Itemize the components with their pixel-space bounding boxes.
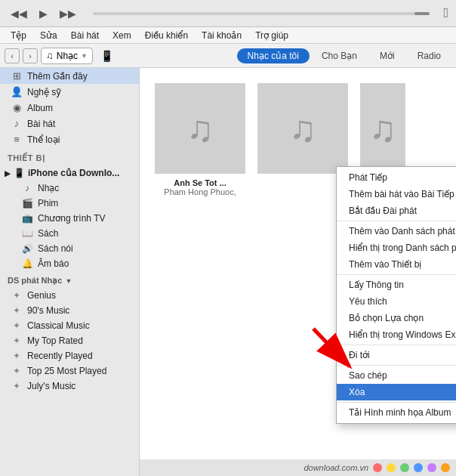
sidebar-device-iphone[interactable]: ▶ 📱 iPhone của Downlo...: [0, 165, 139, 181]
forward-button[interactable]: ›: [23, 48, 38, 63]
tab-nhac-cua-toi[interactable]: Nhạc của tôi: [237, 48, 310, 63]
recentlyplayed-icon: ✦: [11, 351, 23, 361]
album-card-1[interactable]: ♫ Anh Se Tot ... Pham Hong Phuoc,: [155, 83, 245, 196]
sidebar-item-genres[interactable]: ≡ Thể loại: [0, 131, 139, 147]
sidebar-item-recent[interactable]: ⊞ Thêm Gần đây: [0, 68, 139, 84]
menu-dieukhien[interactable]: Điều khiển: [139, 29, 194, 42]
genres-icon: ≡: [11, 134, 23, 145]
ctx-hien-thi-trong-ds-label: Hiển thị trong Danh sách phát: [349, 243, 456, 253]
sidebar-device-tones[interactable]: 🔔 Âm báo: [0, 256, 139, 271]
album-thumb-1: ♫: [155, 83, 245, 174]
music-note-icon-3: ♫: [369, 108, 396, 150]
album-artist-1: Pham Hong Phuoc,: [155, 187, 245, 196]
menu-tep[interactable]: Tệp: [5, 29, 32, 42]
ctx-xoa[interactable]: Xóa: [337, 384, 456, 400]
ctx-sao-chep[interactable]: Sao chép: [337, 367, 456, 384]
sidebar-device-books[interactable]: 📖 Sách: [0, 226, 139, 241]
device-tones-icon: 🔔: [21, 258, 33, 269]
sidebar-item-artists[interactable]: 👤 Nghệ sỹ: [0, 84, 139, 100]
sidebar-device-tv[interactable]: 📺 Chương trình TV: [0, 211, 139, 226]
watermark-text: download.com.vn: [303, 463, 368, 472]
album-card-2[interactable]: ♫: [257, 83, 348, 196]
navbar: ‹ › ♫ Nhạc ▼ 📱 Nhạc của tôi Cho Bạn Mới …: [0, 44, 456, 68]
ctx-di-toi-label: Đi tới: [349, 350, 370, 360]
ctx-them-vao-thiet-bi[interactable]: Thêm vào Thiết bị ▶: [337, 256, 456, 273]
playlist-classical-label: Classical Music: [27, 320, 90, 331]
sidebar-genres-label: Thể loại: [27, 134, 60, 145]
playlist-90s-label: 90's Music: [27, 305, 69, 316]
menu-baihat[interactable]: Bài hát: [65, 29, 105, 42]
ctx-separator-4: [337, 365, 456, 366]
ctx-tai-hinh[interactable]: Tải Hình minh họa Album: [337, 404, 456, 421]
ctx-them-vao-ds[interactable]: Thêm vào Danh sách phát ▶: [337, 223, 456, 240]
sidebar-playlist-classical[interactable]: ✦ Classical Music: [0, 318, 139, 333]
artists-icon: 👤: [11, 86, 23, 97]
sidebar-playlist-top25[interactable]: ✦ Top 25 Most Played: [0, 363, 139, 379]
sidebar-songs-label: Bài hát: [27, 119, 55, 129]
device-books-icon: 📖: [21, 228, 33, 239]
playlist-genius-label: Genius: [27, 290, 56, 301]
prev-button[interactable]: ◀◀: [8, 6, 30, 21]
julys-icon: ✦: [11, 381, 23, 391]
ctx-bo-chon[interactable]: Bỏ chọn Lựa chọn: [337, 310, 456, 326]
menu-trogiup[interactable]: Trợ giúp: [249, 29, 294, 42]
ctx-tai-hinh-label: Tải Hình minh họa Album: [349, 407, 451, 418]
sidebar-device-music[interactable]: ♪ Nhạc: [0, 181, 139, 196]
ctx-phat-tiep-label: Phát Tiếp: [349, 172, 387, 183]
sidebar-playlist-genius[interactable]: ✦ Genius: [0, 288, 139, 303]
90s-icon: ✦: [11, 305, 23, 316]
sidebar-playlist-90s[interactable]: ✦ 90's Music: [0, 303, 139, 318]
progress-bar[interactable]: [93, 12, 430, 15]
sidebar-item-albums[interactable]: ◉ Album: [0, 100, 139, 116]
sidebar-device-films[interactable]: 🎬 Phim: [0, 196, 139, 211]
ctx-bat-dau-dai[interactable]: Bắt đầu Đài phát: [337, 202, 456, 219]
playlist-section-header[interactable]: DS phát Nhạc ▼: [0, 271, 139, 288]
dot-2: [387, 463, 396, 472]
music-note-icon-2: ♫: [289, 108, 316, 150]
music-note-icon-1: ♫: [186, 108, 214, 150]
sidebar-device-tones-label: Âm báo: [38, 258, 69, 269]
sidebar-device-audiobooks[interactable]: 🔊 Sách nói: [0, 241, 139, 256]
ctx-hien-thi-explorer[interactable]: Hiển thị trong Windows Explorer: [337, 326, 456, 343]
apple-logo-icon: : [443, 5, 448, 21]
tab-moi[interactable]: Mới: [369, 48, 405, 63]
device-films-icon: 🎬: [21, 198, 33, 209]
albums-icon: ◉: [11, 102, 23, 113]
play-button[interactable]: ▶: [36, 6, 51, 21]
ctx-yeu-thich[interactable]: Yêu thích: [337, 293, 456, 310]
ctx-them-bai-hat[interactable]: Thêm bài hát vào Bài Tiếp theo: [337, 186, 456, 202]
back-button[interactable]: ‹: [5, 48, 20, 63]
dot-4: [414, 463, 423, 472]
ctx-hien-thi-explorer-label: Hiển thị trong Windows Explorer: [349, 329, 456, 340]
ctx-bo-chon-label: Bỏ chọn Lựa chọn: [349, 313, 424, 323]
main-layout: ⊞ Thêm Gần đây 👤 Nghệ sỹ ◉ Album ♪ Bài h…: [0, 68, 456, 476]
menu-taikhoan[interactable]: Tài khoản: [196, 29, 248, 42]
album-title-1: Anh Se Tot ...: [155, 178, 245, 187]
menubar: Tệp Sửa Bài hát Xem Điều khiển Tài khoản…: [0, 27, 456, 44]
sidebar-playlist-recentlyplayed[interactable]: ✦ Recently Played: [0, 348, 139, 363]
content-area: ♫ Anh Se Tot ... Pham Hong Phuoc, ♫ ♫: [140, 68, 456, 476]
tab-cho-ban[interactable]: Cho Bạn: [311, 48, 368, 63]
source-select[interactable]: ♫ Nhạc ▼: [41, 48, 93, 64]
album-thumb-2: ♫: [257, 83, 348, 174]
top25-icon: ✦: [11, 366, 23, 376]
devices-section-header: Thiết bị: [0, 147, 139, 165]
ctx-di-toi[interactable]: Đi tới ▶: [337, 347, 456, 363]
playlist-section-label: DS phát Nhạc: [8, 276, 62, 286]
source-label: Nhạc: [57, 51, 78, 61]
sidebar-playlist-julys[interactable]: ✦ July's Music: [0, 379, 139, 394]
tab-radio[interactable]: Radio: [407, 48, 451, 63]
sidebar-item-songs[interactable]: ♪ Bài hát: [0, 116, 139, 131]
sidebar-playlist-mytoprated[interactable]: ✦ My Top Rated: [0, 333, 139, 348]
device-audiobooks-icon: 🔊: [21, 243, 33, 254]
menu-xem[interactable]: Xem: [106, 29, 137, 42]
ctx-them-vao-ds-label: Thêm vào Danh sách phát: [349, 226, 455, 236]
menu-sua[interactable]: Sửa: [34, 29, 63, 42]
ctx-hien-thi-trong-ds[interactable]: Hiển thị trong Danh sách phát ▶: [337, 240, 456, 256]
watermark-bar: download.com.vn: [140, 459, 456, 476]
ctx-lay-thong-tin[interactable]: Lấy Thông tin: [337, 277, 456, 293]
next-button[interactable]: ▶▶: [57, 6, 79, 21]
ctx-phat-tiep[interactable]: Phát Tiếp: [337, 169, 456, 186]
songs-icon: ♪: [11, 118, 23, 129]
classical-icon: ✦: [11, 320, 23, 331]
